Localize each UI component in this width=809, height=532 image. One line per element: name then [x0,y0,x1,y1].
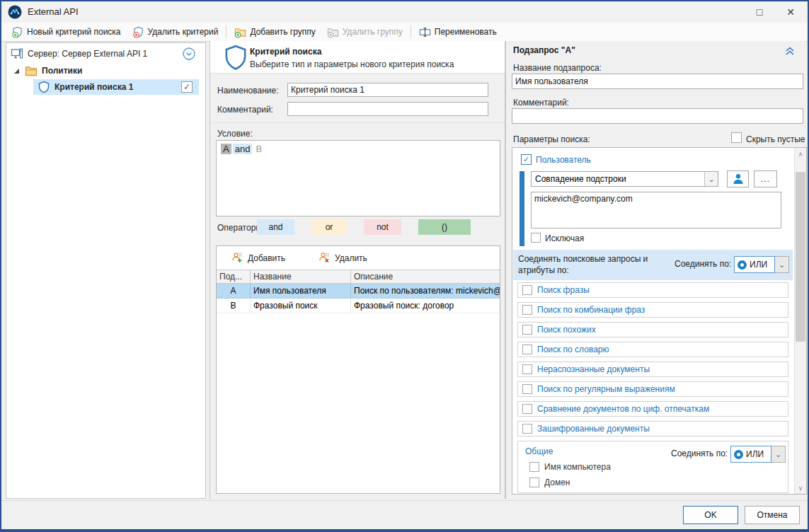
remove-subquery-button[interactable]: Удалить [318,252,367,264]
person-icon [732,173,745,185]
operator-buttons: andornot() [257,219,471,235]
add-subquery-button[interactable]: Добавить [231,252,285,264]
scrollbar-thumb[interactable] [796,172,805,342]
double-chevron-up-icon [784,45,796,57]
attribute-checkbox[interactable] [522,364,532,374]
attribute-row[interactable]: Сравнение документов по циф. отпечаткам [517,401,788,417]
subquery-row[interactable]: BФразовый поискФразовый поиск: договор [217,299,500,313]
join-by-dropdown[interactable]: ИЛИ ⌄ [734,256,789,273]
attribute-checkbox[interactable] [522,384,532,394]
match-mode-dropdown[interactable]: Совпадение подстроки ⌄ [531,171,718,187]
common-item-checkbox[interactable] [529,462,539,472]
comment-input[interactable] [287,102,488,116]
user-value-textarea[interactable]: mickevich@company.com [531,192,781,229]
condition-editor[interactable]: AandB [216,140,500,216]
join-queries-label: Соединять поисковые запросы и атрибуты п… [518,253,681,276]
attribute-checkbox[interactable] [522,345,532,354]
hide-empty-label[interactable]: Скрыть пустые [746,134,805,144]
chevron-down-icon[interactable]: ⌄ [704,172,718,186]
folder-add-icon [234,26,246,38]
close-button[interactable]: ✕ [775,1,806,23]
attribute-checkbox[interactable] [522,424,532,434]
tree-item-criterion[interactable]: Критерий поиска 1 ✓ [6,79,205,95]
common-item-label[interactable]: Имя компьютера [544,462,611,472]
more-options-button[interactable]: ... [754,170,777,187]
common-item-row[interactable]: Имя компьютера [529,462,611,472]
scroll-up-icon[interactable]: ∧ [795,148,806,160]
attribute-row[interactable]: Зашифрованные документы [517,421,788,436]
comment-label: Комментарий: [217,105,273,115]
common-join-by-dropdown[interactable]: ИЛИ ⌄ [730,446,786,463]
attribute-label[interactable]: Нераспознанные документы [537,364,650,374]
exclude-checkbox[interactable] [531,233,541,243]
column-header-description[interactable]: Описание [351,270,500,283]
ok-button[interactable]: OK [683,506,738,524]
hide-empty-checkbox[interactable] [731,132,742,143]
attribute-row[interactable]: Поиск по словарю [517,342,788,357]
subquery-row[interactable]: AИмя пользователяПоиск по пользователям:… [217,284,500,299]
criterion-checkbox[interactable]: ✓ [181,81,193,93]
delete-criterion-button[interactable]: Удалить критерий [127,24,224,40]
attribute-label[interactable]: Поиск по комбинации фраз [537,305,645,315]
attribute-row[interactable]: Поиск по комбинации фраз [517,302,788,318]
tree-item-policies[interactable]: Политики [6,63,205,79]
attribute-checkbox[interactable] [522,325,532,335]
new-criterion-button[interactable]: Новый критерий поиска [6,24,127,40]
join-queries-band: Соединять поисковые запросы и атрибуты п… [513,250,793,280]
subquery-comment-input[interactable] [512,108,803,124]
circle-chevron-down-icon[interactable] [183,47,195,62]
scroll-down-icon[interactable]: ∨ [795,482,806,494]
attribute-row[interactable]: Нераспознанные документы [517,362,788,377]
subqueries-table-header: Под... Название Описание [217,270,500,284]
tree-server-label: Сервер: Сервер External API 1 [28,49,147,59]
chevron-down-icon[interactable]: ⌄ [771,446,786,463]
tree-item-server[interactable]: Сервер: Сервер External API 1 [6,46,205,62]
common-item-row[interactable]: Домен [529,478,570,487]
attribute-label[interactable]: Поиск похожих [537,325,596,335]
subquery-name-input[interactable] [512,74,803,89]
common-item-checkbox[interactable] [529,478,539,487]
chevron-down-icon[interactable]: ⌄ [775,256,789,273]
subquery-name-label: Название подзапроса: [513,63,602,73]
operator-button-not[interactable]: not [364,219,401,235]
attribute-label[interactable]: Поиск по регулярным выражениям [537,384,675,394]
user-section-label[interactable]: Пользователь [536,155,591,165]
operator-button-or[interactable]: or [311,219,347,235]
attribute-checkbox[interactable] [522,404,532,414]
attribute-row[interactable]: Поиск похожих [517,322,788,337]
toolbar-separator [226,25,226,38]
collapse-panel-button[interactable] [782,44,798,58]
select-user-button[interactable] [727,170,749,187]
rename-button[interactable]: Переименовать [413,24,503,40]
attribute-label[interactable]: Поиск фразы [537,285,590,295]
server-icon [11,47,23,60]
match-mode-value: Совпадение подстроки [532,174,704,184]
column-header-id[interactable]: Под... [217,270,251,283]
add-group-button[interactable]: Добавить группу [229,24,321,40]
common-item-label[interactable]: Домен [544,478,570,487]
attribute-row[interactable]: Поиск фразы [517,282,788,298]
exclude-label[interactable]: Исключая [545,233,584,243]
titlebar[interactable]: External API □ ✕ [1,1,808,23]
attribute-checkbox[interactable] [522,305,532,315]
name-label: Наименование: [217,86,279,96]
user-section-checkbox[interactable]: ✓ [521,154,532,165]
condition-token: and [233,144,253,154]
attribute-label[interactable]: Сравнение документов по циф. отпечаткам [537,404,709,414]
delete-group-button[interactable]: Удалить группу [321,24,408,40]
params-scrollbar[interactable]: ∧ ∨ [794,148,806,494]
maximize-button[interactable]: □ [744,1,775,23]
column-header-name[interactable]: Название [251,270,351,283]
operator-button-and[interactable]: and [257,219,294,235]
subquery-id-cell: A [217,284,251,298]
attribute-checkbox[interactable] [522,285,532,295]
tree-expander-icon[interactable] [13,68,20,74]
cancel-button[interactable]: Отмена [745,506,800,524]
attribute-label[interactable]: Поиск по словарю [537,345,609,354]
name-input[interactable] [287,83,488,97]
operator-button-()[interactable]: () [418,219,471,235]
attribute-row[interactable]: Поиск по регулярным выражениям [517,381,788,397]
policy-tree-panel: Сервер: Сервер External API 1 Политики К… [6,42,206,499]
common-section-label[interactable]: Общие [525,446,553,456]
attribute-label[interactable]: Зашифрованные документы [537,424,650,434]
